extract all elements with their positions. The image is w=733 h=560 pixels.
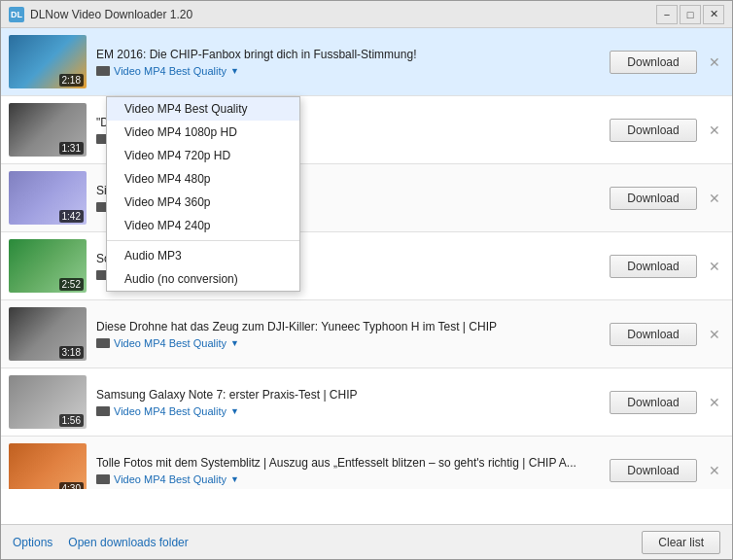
thumbnail: 4:30 (9, 443, 87, 489)
dropdown-options-list: Video MP4 Best QualityVideo MP4 1080p HD… (106, 96, 300, 292)
dropdown-arrow-icon: ▼ (230, 338, 239, 348)
item-actions: Download ✕ (610, 459, 724, 482)
download-button[interactable]: Download (610, 323, 697, 346)
clear-list-button[interactable]: Clear list (642, 531, 720, 554)
remove-item-button[interactable]: ✕ (705, 393, 724, 412)
thumbnail: 1:42 (9, 171, 87, 225)
footer-links: Options Open downloads folder (13, 536, 642, 549)
item-info: Diese Drohne hat das Zeug zum DJI-Killer… (96, 320, 610, 349)
download-button[interactable]: Download (610, 255, 697, 278)
remove-item-button[interactable]: ✕ (705, 121, 724, 140)
quality-selector[interactable]: Video MP4 Best Quality ▼ (96, 65, 610, 77)
app-window: DL DLNow Video Downloader 1.20 − □ ✕ 2:1… (0, 0, 733, 560)
dropdown-arrow-icon: ▼ (230, 406, 239, 416)
item-info: Tolle Fotos mit dem Systemblitz | Auszug… (96, 456, 610, 485)
dropdown-option[interactable]: Video MP4 360p (107, 191, 299, 214)
item-title: Diese Drohne hat das Zeug zum DJI-Killer… (96, 320, 610, 333)
dropdown-option[interactable]: Video MP4 240p (107, 214, 299, 237)
quality-text[interactable]: Video MP4 Best Quality (114, 337, 227, 349)
video-duration: 3:18 (59, 346, 84, 359)
list-item: 1:56 Samsung Galaxy Note 7: erster Praxi… (1, 368, 732, 437)
thumbnail: 2:18 (9, 35, 87, 88)
item-info: EM 2016: Die CHIP-Fanbox bringt dich in … (96, 48, 610, 77)
item-title: Tolle Fotos mit dem Systemblitz | Auszug… (96, 456, 610, 470)
remove-item-button[interactable]: ✕ (705, 461, 724, 480)
minimize-button[interactable]: − (656, 5, 678, 24)
item-actions: Download ✕ (610, 255, 724, 278)
dropdown-option[interactable]: Video MP4 480p (107, 167, 299, 191)
item-title: Samsung Galaxy Note 7: erster Praxis-Tes… (96, 388, 610, 402)
dropdown-option[interactable]: Video MP4 Best Quality (107, 97, 299, 121)
list-item: 4:30 Tolle Fotos mit dem Systemblitz | A… (1, 437, 732, 489)
app-icon: DL (9, 7, 24, 22)
quality-selector[interactable]: Video MP4 Best Quality ▼ (96, 405, 610, 417)
thumbnail: 1:56 (9, 375, 87, 429)
dropdown-option[interactable]: Audio MP3 (107, 244, 299, 267)
remove-item-button[interactable]: ✕ (705, 52, 724, 72)
item-actions: Download ✕ (610, 323, 724, 346)
window-title: DLNow Video Downloader 1.20 (30, 8, 656, 21)
remove-item-button[interactable]: ✕ (705, 257, 724, 276)
quality-text[interactable]: Video MP4 Best Quality (114, 65, 227, 77)
video-duration: 1:31 (59, 142, 84, 155)
video-format-icon (96, 406, 110, 416)
download-button[interactable]: Download (610, 391, 697, 414)
quality-text[interactable]: Video MP4 Best Quality (114, 473, 227, 485)
item-actions: Download ✕ (610, 187, 724, 210)
video-format-icon (96, 338, 110, 348)
dropdown-option[interactable]: Video MP4 720p HD (107, 144, 299, 167)
thumbnail: 2:52 (9, 239, 87, 293)
list-item: 2:18 EM 2016: Die CHIP-Fanbox bringt dic… (1, 28, 732, 96)
video-duration: 2:52 (59, 278, 84, 291)
footer-bar: Options Open downloads folder Clear list (1, 524, 732, 559)
download-button[interactable]: Download (610, 459, 697, 482)
item-info: Samsung Galaxy Note 7: erster Praxis-Tes… (96, 388, 610, 417)
close-button[interactable]: ✕ (703, 5, 724, 24)
dropdown-arrow-icon: ▼ (230, 66, 239, 76)
dropdown-arrow-icon: ▼ (230, 474, 239, 484)
item-actions: Download ✕ (610, 391, 724, 414)
dropdown-divider (107, 240, 299, 241)
remove-item-button[interactable]: ✕ (705, 189, 724, 208)
options-link[interactable]: Options (13, 536, 52, 549)
download-button[interactable]: Download (610, 187, 697, 210)
open-downloads-link[interactable]: Open downloads folder (68, 536, 188, 549)
item-actions: Download ✕ (610, 51, 724, 74)
video-duration: 1:42 (59, 210, 84, 223)
list-item: 3:18 Diese Drohne hat das Zeug zum DJI-K… (1, 300, 732, 368)
main-content: 2:18 EM 2016: Die CHIP-Fanbox bringt dic… (1, 28, 732, 524)
video-format-icon (96, 474, 110, 484)
video-format-icon (96, 66, 110, 76)
video-duration: 1:56 (59, 414, 84, 427)
maximize-button[interactable]: □ (680, 5, 701, 24)
video-duration: 2:18 (59, 74, 84, 87)
dropdown-option[interactable]: Video MP4 1080p HD (107, 121, 299, 144)
title-bar: DL DLNow Video Downloader 1.20 − □ ✕ (1, 1, 732, 28)
quality-selector[interactable]: Video MP4 Best Quality ▼ (96, 473, 610, 485)
window-controls: − □ ✕ (656, 5, 724, 24)
video-duration: 4:30 (59, 482, 84, 489)
remove-item-button[interactable]: ✕ (705, 325, 724, 344)
quality-dropdown-menu[interactable]: Video MP4 Best QualityVideo MP4 1080p HD… (106, 96, 300, 292)
item-actions: Download ✕ (610, 119, 724, 142)
download-button[interactable]: Download (610, 51, 697, 74)
item-title: EM 2016: Die CHIP-Fanbox bringt dich in … (96, 48, 610, 61)
quality-text[interactable]: Video MP4 Best Quality (114, 405, 227, 417)
download-button[interactable]: Download (610, 119, 697, 142)
thumbnail: 3:18 (9, 307, 87, 361)
dropdown-option[interactable]: Audio (no conversion) (107, 267, 299, 291)
thumbnail: 1:31 (9, 103, 87, 157)
quality-selector[interactable]: Video MP4 Best Quality ▼ (96, 337, 610, 349)
